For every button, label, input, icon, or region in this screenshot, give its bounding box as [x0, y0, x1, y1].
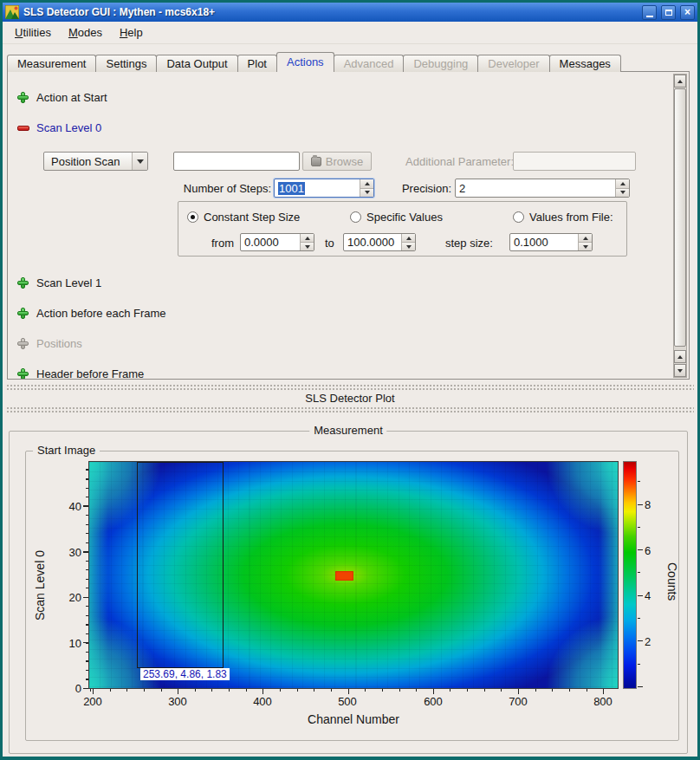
collapse-minus-icon	[17, 122, 29, 133]
spin-up-button[interactable]	[360, 179, 373, 188]
scroll-down-button[interactable]	[674, 364, 686, 377]
scan-mode-combobox[interactable]: Position Scan	[43, 152, 148, 171]
scan-script-input[interactable]	[173, 152, 300, 171]
window-border-bottom	[0, 757, 700, 760]
from-value: 0.0000	[241, 234, 300, 250]
action-at-start-row[interactable]: Action at Start	[17, 90, 107, 104]
additional-parameter-input[interactable]	[513, 152, 636, 171]
y-tick-label: 20	[55, 591, 81, 604]
scroll-up-button[interactable]	[674, 75, 686, 88]
radio-icon	[513, 211, 524, 223]
scroll-up-button-2[interactable]	[674, 350, 686, 363]
tab-plot[interactable]: Plot	[237, 55, 277, 72]
radio-specific-values[interactable]: Specific Values	[350, 210, 443, 224]
spin-down-button[interactable]	[402, 242, 415, 250]
minimize-button[interactable]	[642, 5, 657, 20]
spin-down-button[interactable]	[579, 242, 592, 250]
action-before-frame-row[interactable]: Action before each Frame	[17, 306, 166, 320]
spin-up-button[interactable]	[402, 234, 415, 242]
heatmap-canvas[interactable]: 253.69, 4.86, 1.83	[88, 461, 619, 689]
expand-plus-icon	[17, 368, 29, 380]
radio-values-from-file[interactable]: Values from File:	[513, 210, 613, 224]
colorbar-tick-label: 8	[645, 498, 662, 511]
tab-data-output[interactable]: Data Output	[156, 55, 237, 72]
x-tick-label: 600	[416, 695, 450, 708]
number-of-steps-spinbox[interactable]: 1001	[274, 179, 374, 198]
expand-plus-icon-disabled	[17, 338, 29, 349]
x-axis-title: Channel Number	[88, 712, 619, 726]
to-label: to	[325, 237, 334, 250]
window-border-left	[0, 0, 3, 760]
radio-constant-label: Constant Step Size	[204, 211, 300, 224]
scan-level-1-row[interactable]: Scan Level 1	[17, 276, 101, 289]
colorbar-tick-label: 2	[645, 635, 662, 648]
spinbox-arrows	[300, 234, 314, 250]
spin-up-button[interactable]	[616, 179, 629, 188]
arrow-down-icon	[305, 245, 310, 249]
spin-up-button[interactable]	[579, 234, 592, 242]
minimize-icon	[646, 16, 653, 17]
spinbox-arrows	[401, 234, 415, 250]
x-tick-label: 300	[160, 695, 195, 708]
x-tick-label: 700	[501, 695, 535, 708]
maximize-button[interactable]	[661, 5, 676, 20]
colorbar-tick-label: 6	[645, 544, 662, 557]
expand-plus-icon	[17, 277, 29, 289]
arrow-up-icon	[406, 237, 412, 240]
scan-level-0-row[interactable]: Scan Level 0	[17, 120, 101, 134]
menu-utilities[interactable]: Utilities	[8, 23, 58, 42]
step-size-spinbox[interactable]: 0.1000	[509, 233, 593, 251]
tab-settings[interactable]: Settings	[95, 55, 157, 72]
action-at-start-label: Action at Start	[36, 91, 107, 104]
tab-measurement[interactable]: Measurement	[7, 55, 96, 72]
splitter-label: SLS Detector Plot	[3, 392, 697, 405]
titlebar[interactable]: SLS Detector GUI : Mythen - mcs6x18+ ×	[3, 3, 697, 22]
x-tick-label: 200	[75, 695, 110, 708]
spinbox-arrows	[360, 179, 373, 197]
zoom-selection-rectangle	[137, 462, 224, 668]
spinbox-arrows	[578, 234, 592, 250]
tab-actions[interactable]: Actions	[276, 52, 334, 72]
scrollbar-thumb[interactable]	[674, 88, 686, 347]
header-before-frame-row[interactable]: Header before Frame	[17, 367, 144, 380]
splitter-handle[interactable]: SLS Detector Plot	[3, 381, 697, 419]
vertical-scrollbar[interactable]	[673, 74, 687, 378]
close-button[interactable]: ×	[680, 5, 695, 20]
colorbar	[623, 461, 637, 689]
tab-developer: Developer	[477, 55, 549, 72]
y-axis-title: Scan Level 0	[33, 516, 47, 655]
spin-down-button[interactable]	[360, 188, 373, 198]
menu-modes[interactable]: Modes	[62, 23, 109, 42]
browse-button[interactable]: Browse	[302, 152, 372, 171]
spin-up-button[interactable]	[301, 234, 314, 242]
precision-label: Precision:	[399, 182, 451, 195]
x-tick-label: 400	[245, 695, 280, 708]
menu-help[interactable]: Help	[113, 23, 150, 42]
to-spinbox[interactable]: 100.0000	[343, 233, 416, 251]
to-value: 100.0000	[344, 234, 401, 250]
action-before-frame-label: Action before each Frame	[36, 307, 166, 320]
from-spinbox[interactable]: 0.0000	[240, 233, 314, 251]
spin-down-button[interactable]	[616, 188, 629, 198]
precision-spinbox[interactable]: 2	[455, 179, 630, 198]
window-border-top	[0, 0, 700, 3]
arrow-up-icon	[677, 355, 683, 359]
tab-messages[interactable]: Messages	[549, 55, 621, 72]
tab-advanced: Advanced	[334, 55, 405, 72]
spin-down-button[interactable]	[301, 242, 314, 250]
window-title: SLS Detector GUI : Mythen - mcs6x18+	[23, 6, 638, 18]
combobox-dropdown-button[interactable]	[132, 153, 147, 170]
radio-constant-step-size[interactable]: Constant Step Size	[187, 210, 300, 224]
scan-level-1-label: Scan Level 1	[36, 276, 101, 289]
arrow-down-icon	[620, 191, 625, 194]
menubar: Utilities Modes Help	[3, 22, 697, 44]
start-image-group: Start Image Scan Level 0 Channel Number …	[25, 451, 679, 741]
precision-value: 2	[456, 179, 615, 197]
y-tick-label: 40	[55, 500, 81, 513]
expand-plus-icon	[17, 308, 29, 319]
radio-selected-icon	[187, 211, 198, 223]
splitter-dots-bottom	[6, 406, 694, 414]
expand-plus-icon	[17, 92, 29, 103]
browse-button-label: Browse	[326, 155, 363, 168]
number-of-steps-label: Number of Steps:	[178, 182, 271, 195]
